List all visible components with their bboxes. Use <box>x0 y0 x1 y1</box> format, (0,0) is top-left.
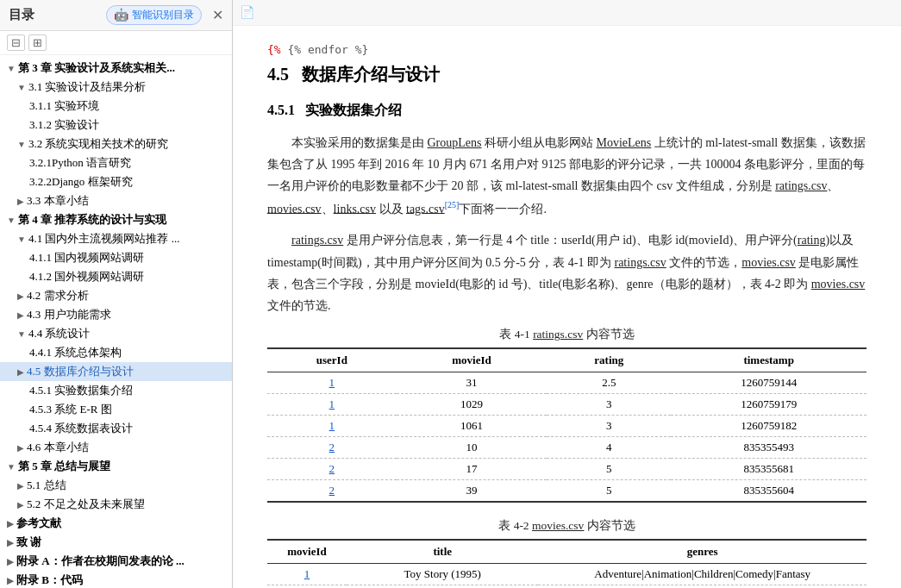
close-sidebar-button[interactable]: ✕ <box>212 7 223 23</box>
paragraph-2: ratings.csv 是用户评分信息表，第一行是 4 个 title：user… <box>267 229 867 316</box>
expand-all-button[interactable]: ⊞ <box>28 34 47 51</box>
sidebar-item-s7[interactable]: 3.2.2Django 框架研究 <box>0 172 232 191</box>
tree-label: 3.2 系统实现相关技术的研究 <box>28 136 169 152</box>
sidebar-item-s5[interactable]: ▼3.2 系统实现相关技术的研究 <box>0 134 232 153</box>
table2-col-genres: genres <box>538 540 867 564</box>
subsection-num: 4.5.1 <box>267 103 295 117</box>
sidebar-item-s25[interactable]: ▶参考文献 <box>0 514 232 533</box>
tags-csv-ref: tags.csv <box>406 202 445 215</box>
sidebar-item-s13[interactable]: ▶4.2 需求分析 <box>0 286 232 305</box>
sidebar-item-s17[interactable]: ▶4.5 数据库介绍与设计 <box>0 362 232 381</box>
tree-label: 附录 B：代码 <box>16 572 83 588</box>
tree-label: 4.6 本章小结 <box>27 440 89 455</box>
table2-caption: 表 4-2 movies.csv 内容节选 <box>267 518 867 534</box>
table1-col-userid: userId <box>267 348 397 372</box>
doc-toolbar-icon: 📄 <box>240 5 254 20</box>
tree-triangle: ▶ <box>17 500 24 510</box>
table1-cell-r1c1: 1029 <box>397 394 547 416</box>
sidebar-item-s1[interactable]: ▼第 3 章 实验设计及系统实相关... <box>0 59 232 78</box>
tree-label: 4.3 用户功能需求 <box>27 307 111 322</box>
tree-label: 3.2.1Python 语言研究 <box>29 155 131 171</box>
sidebar-item-s4[interactable]: 3.1.2 实验设计 <box>0 116 232 134</box>
table1-cell-r3c3: 835355493 <box>671 437 867 459</box>
table-row: 2Jumanji (1995)Adventure|Children|Fantas… <box>267 585 867 588</box>
sidebar-item-s15[interactable]: ▼4.4 系统设计 <box>0 324 232 343</box>
sidebar-item-s6[interactable]: 3.2.1Python 语言研究 <box>0 153 232 172</box>
sidebar-item-s19[interactable]: 4.5.3 系统 E-R 图 <box>0 400 232 419</box>
links-csv-ref: links.csv <box>334 202 376 215</box>
sidebar-item-s12[interactable]: 4.1.2 国外视频网站调研 <box>0 267 232 286</box>
table-row: 2175835355681 <box>267 459 867 480</box>
table2-col-movieid: movieId <box>267 540 347 564</box>
sidebar-header-icons: 🤖 智能识别目录 ✕ <box>106 5 223 25</box>
tree-label: 4.5.3 系统 E-R 图 <box>29 402 112 417</box>
ai-button-label: 智能识别目录 <box>132 8 194 22</box>
sidebar-item-s2[interactable]: ▼3.1 实验设计及结果分析 <box>0 78 232 97</box>
ai-recognize-button[interactable]: 🤖 智能识别目录 <box>106 5 202 25</box>
sidebar-item-s28[interactable]: ▶附录 B：代码 <box>0 571 232 588</box>
grouplens-link[interactable]: GroupLens <box>428 136 482 149</box>
sidebar-item-s21[interactable]: ▶4.6 本章小结 <box>0 438 232 457</box>
tree-label: 3.1.1 实验环境 <box>29 98 99 114</box>
table-row: 1Toy Story (1995)Adventure|Animation|Chi… <box>267 564 867 585</box>
tree-triangle: ▼ <box>17 83 26 92</box>
tree-label: 4.5.4 系统数据表设计 <box>29 421 133 436</box>
tree-triangle: ▼ <box>7 64 16 73</box>
tree-label: 3.2.2Django 框架研究 <box>29 174 133 190</box>
section-num: 4.5 <box>267 65 289 84</box>
sidebar-title: 目录 <box>9 7 34 23</box>
table1-cell-r5c0: 2 <box>267 480 397 503</box>
table2-cell-r1c0: 2 <box>267 585 347 588</box>
table1-cell-r0c0: 1 <box>267 372 397 394</box>
ref-25[interactable]: [25] <box>445 200 460 210</box>
tree-label: 4.5.1 实验数据集介绍 <box>29 383 133 398</box>
ratings-csv-ref2: ratings.csv <box>291 234 343 247</box>
sidebar-item-s22[interactable]: ▼第 5 章 总结与展望 <box>0 457 232 476</box>
table1-cell-r3c2: 4 <box>547 437 671 459</box>
sidebar-toolbar: ⊟ ⊞ <box>0 31 232 55</box>
table1-cell-r3c0: 2 <box>267 437 397 459</box>
section-title: 数据库介绍与设计 <box>302 65 440 84</box>
sidebar-item-s10[interactable]: ▼4.1 国内外主流视频网站推荐 ... <box>0 229 232 248</box>
sidebar-item-s11[interactable]: 4.1.1 国内视频网站调研 <box>0 248 232 267</box>
table1-col-rating: rating <box>547 348 671 372</box>
sidebar-item-s23[interactable]: ▶5.1 总结 <box>0 476 232 495</box>
table1-cell-r2c3: 1260759182 <box>671 416 867 437</box>
tree-triangle: ▼ <box>17 329 26 339</box>
sidebar-item-s18[interactable]: 4.5.1 实验数据集介绍 <box>0 381 232 400</box>
table1-cell-r4c0: 2 <box>267 459 397 480</box>
table1-cell-r2c0: 1 <box>267 416 397 437</box>
subsection-heading: 4.5.1 实验数据集介绍 <box>267 102 867 120</box>
sidebar-item-s20[interactable]: 4.5.4 系统数据表设计 <box>0 419 232 438</box>
code-line: {% {% endfor %} <box>267 43 867 56</box>
section-heading: 4.5 数据库介绍与设计 <box>267 63 867 86</box>
tree-triangle: ▶ <box>17 367 24 377</box>
table1-caption: 表 4-1 ratings.csv 内容节选 <box>267 327 867 342</box>
sidebar-item-s9[interactable]: ▼第 4 章 推荐系统的设计与实现 <box>0 210 232 229</box>
tree-label: 5.2 不足之处及未来展望 <box>27 497 145 512</box>
sidebar-item-s27[interactable]: ▶附录 A：作者在校期间发表的论 ... <box>0 552 232 571</box>
table1-cell-r0c3: 1260759144 <box>671 372 867 394</box>
sidebar-item-s8[interactable]: ▶3.3 本章小结 <box>0 191 232 210</box>
sidebar-tree: ▼第 3 章 实验设计及系统实相关...▼3.1 实验设计及结果分析3.1.1 … <box>0 55 232 588</box>
tree-triangle: ▶ <box>17 443 24 453</box>
table1-cell-r4c2: 5 <box>547 459 671 480</box>
tree-label: 附录 A：作者在校期间发表的论 ... <box>16 554 185 569</box>
ratings-csv-ref3: ratings.csv <box>614 256 666 269</box>
tree-triangle: ▶ <box>7 576 14 585</box>
movielens-link[interactable]: MovieLens <box>597 136 652 149</box>
sidebar-item-s16[interactable]: 4.4.1 系统总体架构 <box>0 343 232 362</box>
sidebar-item-s14[interactable]: ▶4.3 用户功能需求 <box>0 305 232 324</box>
table1-cell-r1c2: 3 <box>547 394 671 416</box>
table2-caption-underline: movies.csv <box>532 519 584 532</box>
collapse-all-button[interactable]: ⊟ <box>7 34 25 51</box>
sidebar-item-s24[interactable]: ▶5.2 不足之处及未来展望 <box>0 495 232 514</box>
paragraph-1: 本实验采用的数据集是由 GroupLens 科研小组从电影网站 MovieLen… <box>267 132 867 219</box>
tree-label: 3.1.2 实验设计 <box>29 117 99 133</box>
table-row: 1102931260759179 <box>267 394 867 416</box>
table1-cell-r1c3: 1260759179 <box>671 394 867 416</box>
sidebar-item-s26[interactable]: ▶致 谢 <box>0 533 232 552</box>
table-row: 2104835355493 <box>267 437 867 459</box>
table2-col-title: title <box>347 540 538 564</box>
sidebar-item-s3[interactable]: 3.1.1 实验环境 <box>0 97 232 116</box>
